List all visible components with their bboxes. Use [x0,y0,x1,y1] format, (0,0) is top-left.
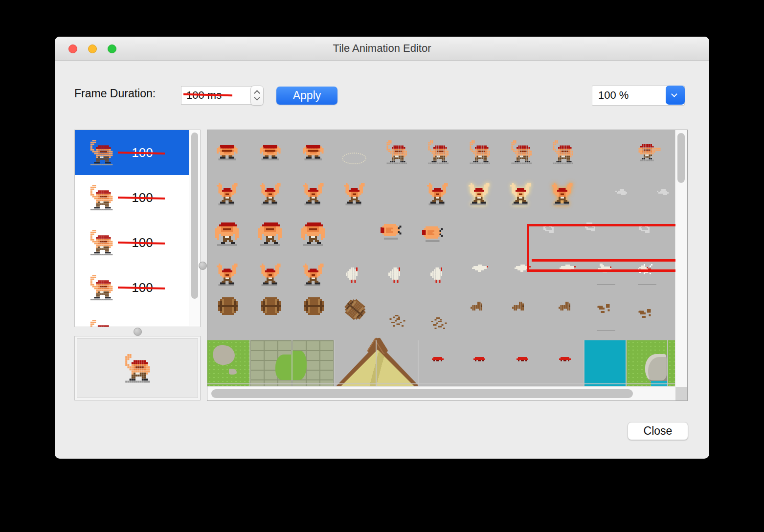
flex-sprite [217,183,239,205]
lumpbits-sprite [596,304,616,313]
lump-sprite [512,302,531,310]
birdfly-sprite [472,265,491,272]
chicken-sprite [346,267,363,283]
crouch-sprite [260,145,282,160]
chicken-sprite [388,267,405,283]
tileset-panel [207,130,688,401]
flex-sprite [217,264,239,286]
tileset-view[interactable] [207,130,675,387]
apply-button[interactable]: Apply [276,87,337,105]
animation-preview-panel [74,336,201,400]
vertical-splitter-handle[interactable] [199,262,207,270]
scrollbar-corner [675,387,687,400]
tileset-horizontal-scrollbar[interactable] [207,386,675,400]
tileset-vertical-scrollbar[interactable] [675,130,687,387]
grassrock-tile[interactable] [627,340,668,387]
roll-sprite [381,224,403,240]
crouch-sprite [217,145,239,160]
raised-sprite [385,140,409,164]
puff-sprite [655,189,672,195]
frame-list-item[interactable]: 100 [75,175,200,220]
crab-sprite [517,357,530,361]
tile-grid-line [376,340,377,387]
shadow-smear-sprite [597,284,615,285]
frame-list-item[interactable]: 100 [75,265,200,310]
stand-sprite [258,222,284,246]
shadow-smear-sprite [597,330,615,331]
animation-preview [77,338,198,398]
stand-sprite [301,222,327,246]
tile-grid-line [334,340,335,387]
punch-sprite [637,144,661,161]
grass-tile[interactable] [207,340,250,387]
shadow-smear-sprite [638,284,656,285]
frame-list-scrollbar-thumb[interactable] [191,133,198,299]
tile-grid-line [249,340,250,387]
stone-tile[interactable] [292,340,334,387]
raised-sprite [468,140,492,164]
lump-sprite [559,302,578,310]
raised-sprite [510,140,534,164]
crouch-sprite [303,145,325,160]
red-rectangle-annotation [527,224,675,272]
stand-sprite [215,222,241,246]
barrel-sprite [304,297,324,315]
flex-sprite [260,183,282,205]
tileset-vertical-scrollbar-thumb[interactable] [677,133,685,183]
raised-sprite [89,140,114,166]
raised-sprite [551,140,575,164]
raised-sprite [89,230,114,256]
flex-sprite [260,264,282,286]
roll-sprite [422,226,445,242]
flex-sprite [303,183,325,205]
frame-duration-label: Frame Duration: [74,87,156,100]
red-arrow-annotation [532,259,675,262]
raised-sprite [89,320,114,327]
scatter-sprite [429,317,450,330]
raised-sprite [89,275,114,301]
stepper-down-icon[interactable] [254,94,260,101]
zoom-dropdown-button[interactable] [666,86,685,105]
crab-sprite [432,357,445,361]
crab-sprite [559,357,572,361]
barrel-sprite [218,297,238,315]
tileset-horizontal-scrollbar-thumb[interactable] [211,389,633,398]
frame-list-item[interactable] [75,310,200,327]
zoom-level-value: 100 % [598,86,629,105]
puff-sprite [614,189,630,195]
crab-sprite [473,357,487,361]
glow-sprite [469,183,491,205]
frame-list-item[interactable]: 100 [75,220,200,265]
frame-list[interactable]: 100100100100 [74,130,201,327]
tile-grid-line [667,340,668,387]
frame-duration-stepper[interactable] [250,86,264,106]
close-button[interactable]: Close [628,422,688,440]
flame-sprite [552,183,574,205]
tile-grid-line [418,340,419,387]
tent-tile[interactable] [336,340,420,387]
frame-list-scrollbar[interactable] [189,130,200,326]
ghost-ellipse-sprite [342,153,366,164]
raised-sprite [427,140,450,164]
zoom-level-dropdown[interactable]: 100 % [592,86,685,106]
stone-tile[interactable] [250,340,292,387]
horizontal-splitter-handle[interactable] [134,328,142,336]
tile-animation-editor-window: Tile Animation Editor Frame Duration: 10… [55,37,709,459]
frame-list-item[interactable]: 100 [75,130,200,175]
raised-sprite [89,185,114,211]
tile-grid-line [626,340,627,387]
chicken-sprite [430,267,448,283]
flex-sprite [344,183,366,205]
grass-tile[interactable] [668,340,675,387]
flex-sprite [427,183,449,205]
chevron-down-icon [671,91,677,97]
raised-sprite [123,354,152,383]
barrel-sprite [261,297,281,315]
flex-sprite [303,264,325,286]
glow-sprite [510,183,533,205]
tile-grid-line [584,340,584,387]
titlebar[interactable]: Tile Animation Editor [55,37,709,61]
barreltilt-sprite [342,296,368,322]
water-tile[interactable] [584,340,626,387]
lumpbits-sprite [637,309,657,318]
